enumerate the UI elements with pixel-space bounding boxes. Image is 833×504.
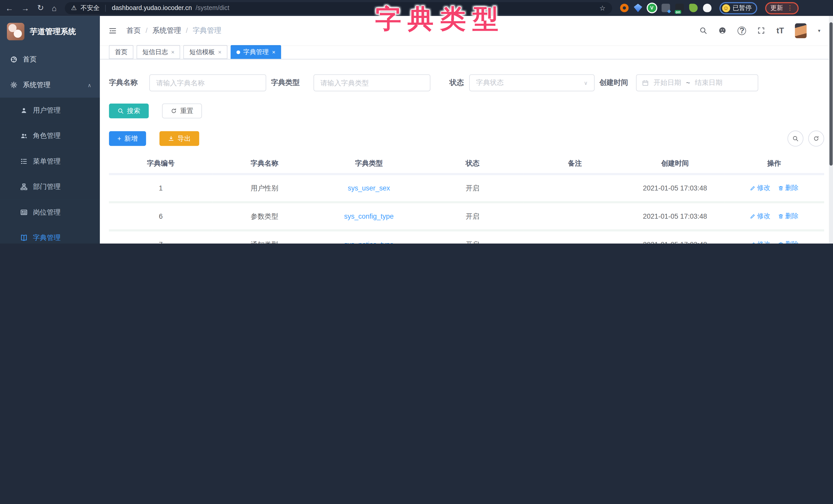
browser-update-button[interactable]: 更新 ⋮	[765, 2, 799, 14]
cell-created: 2021-01-05 17:03:48	[626, 230, 724, 244]
delete-link[interactable]: 删除	[778, 240, 799, 244]
col-ops: 操作	[724, 154, 824, 174]
table-row: 7通知类型sys_notice_type开启2021-01-05 17:03:4…	[109, 230, 824, 244]
plus-icon: +	[118, 135, 121, 142]
edit-link[interactable]: 修改	[749, 240, 770, 244]
sidebar-item-label: 系统管理	[23, 80, 88, 90]
sidebar-item-label: 部门管理	[33, 182, 100, 192]
trash-icon	[778, 213, 784, 219]
forward-icon[interactable]: →	[21, 3, 29, 12]
github-icon[interactable]	[718, 27, 727, 34]
cell-remark	[524, 202, 626, 230]
breadcrumb-home[interactable]: 首页	[126, 26, 141, 35]
fullscreen-icon[interactable]	[757, 27, 765, 34]
close-icon[interactable]: ×	[218, 49, 221, 55]
search-icon[interactable]	[699, 27, 708, 34]
extension-green-icon[interactable]: V	[647, 4, 656, 12]
cell-status: 开启	[421, 174, 524, 202]
url-path: /system/dict	[195, 4, 229, 12]
chevron-down-icon[interactable]: ▾	[818, 28, 820, 33]
reload-icon[interactable]: ↻	[37, 3, 44, 12]
help-icon[interactable]: ?	[738, 26, 746, 34]
tab-label: 短信模板	[189, 47, 215, 56]
breadcrumb-system[interactable]: 系统管理	[152, 26, 181, 35]
cell-ops: 修改删除	[724, 230, 824, 244]
sidebar-item-badge[interactable]: 岗位管理	[0, 200, 100, 225]
cell-created: 2021-01-05 17:03:48	[626, 174, 724, 202]
extension-orange-icon[interactable]	[620, 4, 628, 12]
extension-on-icon[interactable]: on	[675, 4, 684, 12]
tab-首页[interactable]: 首页	[109, 45, 133, 59]
font-size-icon[interactable]: tT	[777, 27, 784, 34]
delete-link[interactable]: 删除	[778, 212, 799, 221]
col-status: 状态	[421, 154, 524, 174]
dict-type-link[interactable]: sys_user_sex	[348, 184, 390, 192]
main-area: 首页 / 系统管理 / 字典管理 ? tT ▾ 首页短信日志×短信模板×字典管理…	[100, 16, 829, 244]
url-host: dashboard.yudao.iocoder.cn	[112, 4, 192, 12]
kebab-menu-icon[interactable]: ⋮	[787, 4, 793, 12]
sidebar-item-tree[interactable]: 部门管理	[0, 174, 100, 199]
sidebar-item-dict[interactable]: 字典管理	[0, 225, 100, 244]
close-icon[interactable]: ×	[171, 49, 174, 55]
tab-短信模板[interactable]: 短信模板×	[184, 45, 228, 59]
table-row: 6参数类型sys_config_type开启2021-01-05 17:03:4…	[109, 202, 824, 230]
refresh-icon	[813, 135, 819, 142]
extension-gem-icon[interactable]	[634, 4, 642, 12]
sidebar-item-dashboard[interactable]: 首页	[0, 47, 100, 72]
page-scrollbar[interactable]	[829, 16, 833, 244]
warning-icon: ⚠	[71, 4, 77, 12]
extension-paused-chip[interactable]: ☺ 已暂停	[719, 2, 757, 14]
delete-link-label: 删除	[785, 240, 799, 244]
date-range-picker[interactable]: 开始日期 ~ 结束日期	[636, 74, 758, 91]
dict-type-input[interactable]	[314, 74, 431, 91]
sidebar-item-gear[interactable]: 系统管理∧	[0, 72, 100, 98]
range-separator: ~	[686, 79, 690, 87]
bookmark-star-icon[interactable]: ☆	[599, 4, 605, 12]
search-button[interactable]: 搜索	[109, 104, 149, 119]
status-select[interactable]: 字典状态 ∨	[469, 74, 595, 91]
extension-grid-icon[interactable]	[661, 4, 670, 12]
dict-table: 字典编号 字典名称 字典类型 状态 备注 创建时间 操作 1用户性别sys_us…	[109, 154, 824, 244]
sidebar-item-label: 字典管理	[33, 233, 100, 243]
extension-dog-icon[interactable]	[703, 4, 711, 12]
cell-dict-id: 6	[109, 202, 213, 230]
sidebar: 芋道管理系统 首页系统管理∧用户管理角色管理菜单管理部门管理岗位管理字典管理通知…	[0, 16, 100, 244]
search-icon	[118, 108, 124, 114]
dict-name-input[interactable]	[149, 74, 266, 91]
refresh-table-button[interactable]	[808, 130, 824, 146]
filter-form: 字典名称 字典类型 状态 字典状态 ∨ 创建时间 开始日期 ~ 结束日期	[109, 74, 829, 91]
breadcrumb-separator: /	[145, 27, 147, 34]
end-date-placeholder: 结束日期	[695, 78, 723, 87]
edit-link[interactable]: 修改	[749, 212, 770, 221]
tab-label: 短信日志	[142, 47, 168, 56]
sidebar-item-users[interactable]: 角色管理	[0, 123, 100, 148]
add-button[interactable]: + 新增	[109, 131, 146, 146]
sidebar-item-menu[interactable]: 菜单管理	[0, 149, 100, 174]
home-icon[interactable]: ⌂	[52, 3, 57, 12]
tab-短信日志[interactable]: 短信日志×	[137, 45, 181, 59]
emoji-extension-icon: ☺	[722, 4, 730, 12]
edit-link[interactable]: 修改	[749, 183, 770, 193]
cell-created: 2021-01-05 17:03:48	[626, 202, 724, 230]
tree-icon	[20, 183, 28, 191]
scrollbar-thumb[interactable]	[829, 22, 832, 166]
reset-button[interactable]: 重置	[162, 104, 202, 119]
cell-dict-id: 7	[109, 230, 213, 244]
calendar-icon	[642, 79, 649, 86]
export-button[interactable]: 导出	[159, 131, 199, 146]
address-bar[interactable]: ⚠ 不安全 dashboard.yudao.iocoder.cn /system…	[65, 2, 612, 14]
extension-leaf-icon[interactable]	[689, 4, 697, 12]
user-avatar[interactable]	[795, 23, 807, 38]
hamburger-icon[interactable]	[108, 26, 117, 34]
back-icon[interactable]: ←	[5, 3, 13, 12]
sidebar-item-user[interactable]: 用户管理	[0, 98, 100, 123]
delete-link[interactable]: 删除	[778, 183, 799, 193]
top-header: 首页 / 系统管理 / 字典管理 ? tT ▾	[100, 16, 829, 45]
show-search-toggle-button[interactable]	[788, 130, 804, 146]
tab-字典管理[interactable]: 字典管理×	[231, 45, 281, 59]
tab-bar: 首页短信日志×短信模板×字典管理×	[100, 45, 829, 59]
download-icon	[168, 135, 174, 142]
dict-type-link[interactable]: sys_notice_type	[344, 241, 394, 244]
close-icon[interactable]: ×	[272, 49, 276, 55]
dict-type-link[interactable]: sys_config_type	[344, 212, 394, 220]
